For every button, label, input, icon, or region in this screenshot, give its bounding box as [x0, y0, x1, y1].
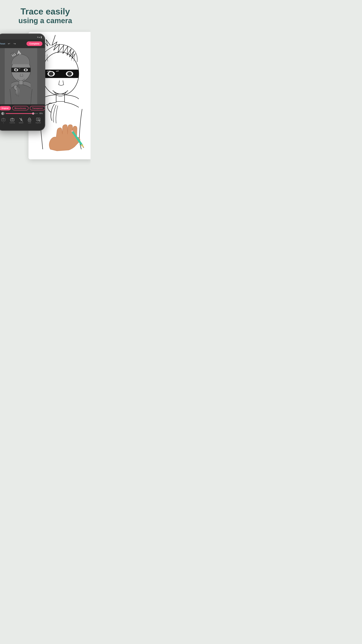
- header-section: Trace easily using a camera: [0, 0, 90, 28]
- splash-icon: [19, 118, 23, 122]
- svg-point-28: [11, 119, 13, 120]
- status-bar: ▼▲ ▌: [0, 34, 45, 40]
- svg-line-36: [40, 121, 40, 122]
- nav-label-lock: Lock: [28, 122, 31, 124]
- svg-point-26: [3, 119, 4, 120]
- svg-point-6: [67, 72, 72, 76]
- opacity-value: 85%: [39, 112, 43, 114]
- nav-item-lock[interactable]: Lock: [27, 118, 32, 124]
- svg-point-5: [49, 72, 53, 76]
- phone-image-area: [0, 48, 45, 104]
- svg-point-33: [37, 118, 39, 120]
- camera-icon-left: [1, 118, 6, 122]
- nav-label-t: t: [3, 122, 4, 124]
- svg-point-35: [39, 120, 40, 121]
- filter-original[interactable]: Original: [0, 106, 11, 110]
- reset-button[interactable]: Reset: [0, 42, 5, 45]
- status-battery-icon: ▌: [41, 36, 42, 38]
- opacity-icon: [1, 112, 4, 115]
- headline-line2: using a camera: [3, 16, 87, 25]
- bottom-nav: t Camera: [0, 117, 43, 124]
- phone-bottom-controls: Original Monochrome Transparent y: [0, 104, 45, 130]
- opacity-fill: [6, 113, 33, 114]
- lock-icon: [27, 118, 32, 122]
- nav-label-camera: Camera: [9, 122, 15, 124]
- phone-mockup: ▼▲ ▌ Reset ↩ ↪ Complete: [0, 34, 45, 131]
- hand-pencil-svg: [45, 119, 89, 152]
- nav-item-explore[interactable]: Explore: [36, 118, 41, 124]
- opacity-row: y 85%: [0, 112, 43, 115]
- explore-icon: [36, 118, 40, 122]
- nav-label-explore: Explore: [36, 122, 41, 124]
- undo-button[interactable]: ↩: [7, 42, 11, 46]
- svg-rect-24: [19, 80, 23, 84]
- main-content: ▼▲ ▌ Reset ↩ ↪ Complete: [0, 28, 90, 166]
- opacity-thumb[interactable]: [32, 112, 34, 114]
- hand-pencil: [45, 119, 89, 152]
- filter-monochrome[interactable]: Monochrome: [12, 106, 28, 110]
- nav-item-t[interactable]: t: [1, 118, 6, 124]
- redo-button[interactable]: ↪: [13, 42, 16, 46]
- phone-screen: ▼▲ ▌ Reset ↩ ↪ Complete: [0, 34, 45, 130]
- camera-icon: [10, 118, 14, 122]
- filter-transparent[interactable]: Transparent: [30, 106, 45, 110]
- phone-toolbar: Reset ↩ ↪ Complete: [0, 40, 45, 48]
- nav-label-splash: Splash: [19, 122, 23, 124]
- svg-point-31: [29, 120, 30, 120]
- svg-point-20: [15, 69, 17, 71]
- headline-line1: Trace easily: [3, 7, 87, 16]
- complete-button[interactable]: Complete: [26, 42, 42, 46]
- nav-item-camera[interactable]: Camera: [9, 118, 15, 124]
- opacity-slider[interactable]: [6, 113, 38, 114]
- phone-anime-svg: [0, 48, 45, 104]
- filter-tabs: Original Monochrome Transparent: [0, 106, 43, 110]
- status-signal-icon: ▼▲: [37, 36, 40, 38]
- nav-item-splash[interactable]: Splash: [19, 118, 23, 124]
- app-container: Trace easily using a camera: [0, 0, 90, 166]
- svg-point-21: [25, 69, 27, 71]
